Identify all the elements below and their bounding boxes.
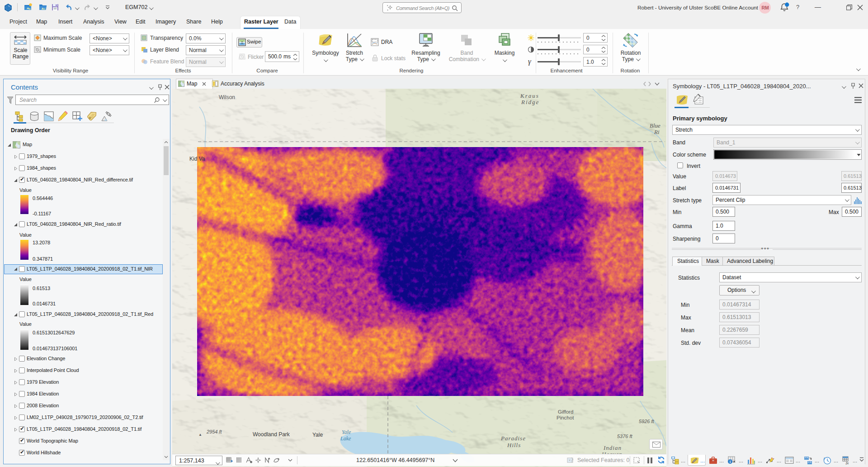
svg-text:fx: fx [846, 461, 849, 465]
